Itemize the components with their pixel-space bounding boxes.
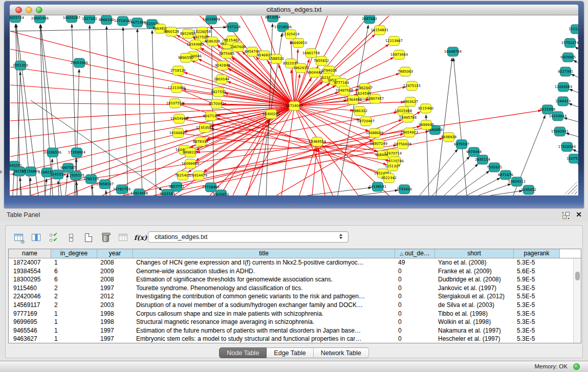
graph-node[interactable]: 9115460 <box>418 104 433 113</box>
graph-node[interactable]: 16648784 <box>444 47 462 56</box>
graph-node[interactable]: 24055724 <box>10 15 24 23</box>
float-panel-icon[interactable] <box>562 212 570 219</box>
row-selection-icon[interactable]: ✔✔ <box>48 232 59 243</box>
table-row[interactable]: 946554611997Estimation of the future num… <box>9 326 573 335</box>
graph-node[interactable]: 9227341 <box>558 67 573 76</box>
graph-node[interactable]: 1244413 <box>555 97 571 106</box>
graph-node[interactable]: 14138141 <box>369 182 386 191</box>
graph-node[interactable]: 7625402 <box>175 171 190 180</box>
graph-node[interactable]: 10654948 <box>170 114 188 123</box>
minimize-window-button[interactable] <box>26 7 32 13</box>
graph-node[interactable]: 9699695 <box>419 120 434 129</box>
graph-node[interactable]: 7485063 <box>398 67 413 76</box>
graph-node[interactable]: 1151327 <box>385 162 400 171</box>
tab-node-table[interactable]: Node Table <box>219 347 267 358</box>
graph-node[interactable]: 9329965 <box>560 53 576 62</box>
graph-node[interactable]: 8813054 <box>265 15 280 22</box>
graph-node[interactable]: 9463627 <box>403 97 418 106</box>
graph-node[interactable]: 8186328 <box>205 37 220 46</box>
splitter-handle[interactable]: ⇕ <box>290 204 294 208</box>
graph-node[interactable]: 9170041 <box>209 99 224 108</box>
graph-node[interactable]: 12923448 <box>130 189 148 195</box>
graph-node[interactable]: 12213967 <box>385 36 403 46</box>
table-row[interactable]: 1872400712008Changes of HCN gene express… <box>9 258 573 267</box>
graph-node[interactable]: 12093583 <box>555 82 572 92</box>
graph-node[interactable]: 1733426 <box>397 185 412 194</box>
graph-node[interactable]: 2803144 <box>214 75 229 84</box>
graph-node[interactable]: 16640910 <box>290 38 307 48</box>
network-canvas[interactable]: 2405572420691406106552871527602846616010… <box>10 15 578 195</box>
graph-node[interactable]: 12975155 <box>403 81 421 91</box>
graph-node[interactable]: 9242848 <box>215 61 230 70</box>
column-header[interactable]: year <box>97 249 133 258</box>
graph-node[interactable]: 9860128 <box>164 27 179 36</box>
graph-node[interactable]: 2718126 <box>170 66 186 75</box>
graph-node[interactable]: 9245652 <box>521 185 536 194</box>
graph-node[interactable]: 2522342 <box>381 173 397 183</box>
graph-node[interactable]: 10655287 <box>63 15 80 23</box>
graph-node[interactable]: 7955812 <box>314 56 329 65</box>
graph-node[interactable]: 10688609 <box>366 128 383 138</box>
scrollbar-thumb[interactable] <box>575 272 580 280</box>
graph-node[interactable]: 9097587 <box>60 163 76 172</box>
column-visibility-icon[interactable] <box>30 232 42 243</box>
graph-node[interactable]: 1527602 <box>82 15 97 24</box>
panel-collapse-arrow-icon[interactable] <box>0 170 3 174</box>
graph-node[interactable]: 12213389 <box>168 83 185 93</box>
column-header[interactable]: pagerank <box>514 249 560 258</box>
cell-style-icon[interactable] <box>65 232 77 243</box>
close-window-button[interactable] <box>15 7 22 13</box>
graph-node[interactable]: 20206536 <box>44 148 61 157</box>
graph-node[interactable]: 8878334 <box>193 137 208 146</box>
graph-node[interactable]: 6379197 <box>454 140 469 149</box>
graph-node[interactable]: 8938928 <box>441 133 456 142</box>
graph-node[interactable]: 2087682 <box>362 15 377 24</box>
tab-edge-table[interactable]: Edge Table <box>267 347 313 358</box>
graph-node[interactable]: 18107553 <box>166 99 184 108</box>
table-row[interactable]: 946362711997Embryonic stem cells: a mode… <box>9 335 573 343</box>
graph-node[interactable]: 19166827 <box>169 128 187 138</box>
column-header[interactable]: short <box>435 249 514 258</box>
graph-node[interactable]: 8875685 <box>219 49 234 58</box>
window-titlebar[interactable]: citations_edges.txt <box>10 5 578 15</box>
close-panel-icon[interactable]: ✕ <box>576 210 582 218</box>
table-row[interactable]: 969969511998Structural magnetic resonanc… <box>9 318 573 326</box>
graph-node[interactable]: 8498222 <box>183 148 198 157</box>
table-row[interactable]: 977716911998Corpus callosum shape and si… <box>9 310 573 318</box>
graph-node[interactable]: 8466160 <box>99 15 114 25</box>
column-header[interactable]: △out_de… <box>395 249 435 258</box>
graph-node[interactable]: 15751074 <box>561 38 578 48</box>
graph-node[interactable]: 7557224 <box>225 23 241 32</box>
graph-node[interactable]: 17016504 <box>558 142 576 151</box>
graph-node[interactable]: 16154831 <box>371 26 388 35</box>
graph-node[interactable]: 2935114 <box>475 155 490 164</box>
graph-node[interactable]: 8471676 <box>498 170 513 180</box>
graph-node[interactable]: 1962615 <box>293 63 309 73</box>
graph-node[interactable]: 2367608 <box>230 42 246 52</box>
zoom-window-button[interactable] <box>36 7 42 13</box>
column-header[interactable]: title <box>133 249 395 258</box>
graph-node[interactable]: 1111267 <box>569 25 578 34</box>
graph-node[interactable]: 16033809 <box>203 15 220 24</box>
column-header[interactable]: in_degree <box>51 249 97 258</box>
graph-node[interactable]: 2986322 <box>352 106 367 116</box>
import-table-icon[interactable] <box>117 232 129 243</box>
graph-node[interactable]: 20691406 <box>31 15 49 23</box>
table-row[interactable]: 1938455462009Genome-wide association stu… <box>9 267 573 276</box>
table-row[interactable]: 1456911722003Disruption of a novel membe… <box>9 301 573 310</box>
graph-node[interactable]: 17359924 <box>68 148 85 157</box>
table-row[interactable]: 1830029562008Estimation of significance … <box>9 275 573 284</box>
graph-node[interactable]: 15692931 <box>551 127 569 136</box>
tab-network-table[interactable]: Network Table <box>314 347 369 358</box>
delete-table-icon[interactable] <box>100 232 112 243</box>
table-scrollbar[interactable] <box>573 258 581 343</box>
graph-node[interactable]: 8427552 <box>211 87 226 97</box>
table-row[interactable]: 2242004622012Investigating the contribut… <box>9 292 573 301</box>
network-file-dropdown[interactable]: citations_edges.txt <box>148 231 349 243</box>
graph-node[interactable]: 8267130 <box>203 112 219 121</box>
column-header[interactable]: name <box>9 249 51 258</box>
new-table-icon[interactable] <box>82 232 94 243</box>
graph-node[interactable]: 1588520 <box>269 54 284 63</box>
table-settings-icon[interactable]: ⚙ <box>13 232 25 243</box>
table-row[interactable]: 911546021997Tourette syndrome. Phenomeno… <box>9 284 573 293</box>
